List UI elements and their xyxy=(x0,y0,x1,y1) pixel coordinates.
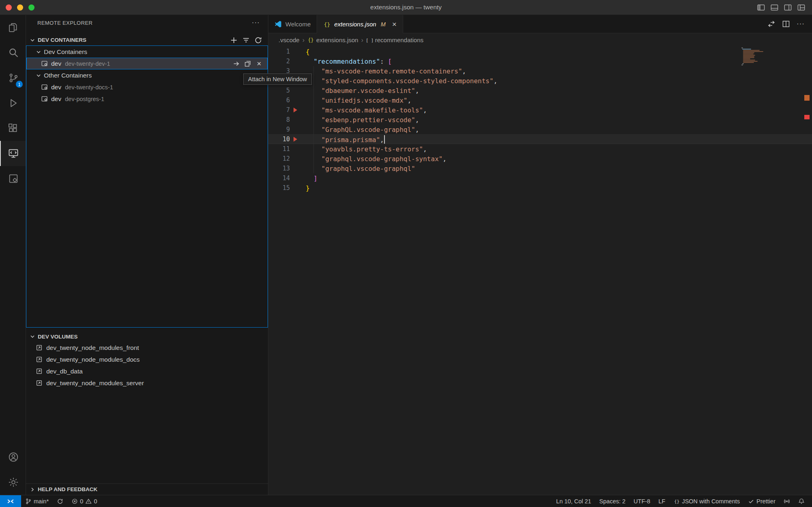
container-dev-twenty-dev-1[interactable]: devdev-twenty-dev-1× xyxy=(26,58,268,69)
volume-dev-twenty-node-modules-docs[interactable]: dev_twenty_node_modules_docs xyxy=(26,354,268,365)
code-line-14[interactable]: 14 ] xyxy=(268,173,812,183)
window-title: extensions.json — twenty xyxy=(0,4,812,11)
volume-dev-db-data[interactable]: dev_db_data xyxy=(26,365,268,377)
more-actions-button[interactable]: ··· xyxy=(797,20,805,28)
gutter-glyph[interactable] xyxy=(290,115,306,125)
code-line-6[interactable]: 6 "unifiedjs.vscode-mdx", xyxy=(268,95,812,105)
attach-to-container-button[interactable] xyxy=(233,60,240,67)
gutter-glyph[interactable] xyxy=(290,164,306,173)
section-help-and-feedback[interactable]: HELP AND FEEDBACK xyxy=(26,483,268,495)
radio-tower-icon xyxy=(784,498,790,505)
more-actions-icon[interactable]: ··· xyxy=(252,19,260,27)
toggle-panel-button[interactable] xyxy=(770,3,779,12)
code-line-3[interactable]: 3 "ms-vscode-remote.remote-containers", xyxy=(268,66,812,76)
feedback-status[interactable] xyxy=(780,495,794,507)
code-line-8[interactable]: 8 "esbenp.prettier-vscode", xyxy=(268,115,812,125)
toggle-primary-sidebar-button[interactable] xyxy=(757,3,765,12)
gutter-glyph[interactable] xyxy=(290,105,306,115)
close-window-button[interactable] xyxy=(6,4,12,11)
activity-accounts[interactable] xyxy=(0,444,26,470)
encoding-status[interactable]: UTF-8 xyxy=(630,495,654,507)
volume-dev-twenty-node-modules-server[interactable]: dev_twenty_node_modules_server xyxy=(26,377,268,389)
volume-dev-twenty-node-modules-front[interactable]: dev_twenty_node_modules_front xyxy=(26,342,268,354)
code-line-5[interactable]: 5 "dbaeumer.vscode-eslint", xyxy=(268,86,812,95)
section-dev-volumes[interactable]: DEV VOLUMES xyxy=(26,331,268,342)
add-button[interactable] xyxy=(230,36,238,44)
code-line-10[interactable]: 10 "prisma.prisma", xyxy=(268,134,812,144)
notifications-status[interactable] xyxy=(794,495,809,507)
section-dev-containers[interactable]: DEV CONTAINERS xyxy=(26,35,268,45)
container-dev-twenty-docs-1[interactable]: devdev-twenty-docs-1 xyxy=(26,81,268,93)
gutter-glyph[interactable] xyxy=(290,56,306,66)
gutter-glyph[interactable] xyxy=(290,154,306,164)
gutter-glyph[interactable] xyxy=(290,125,306,134)
titlebar-actions xyxy=(757,3,812,12)
code-line-7[interactable]: 7 "ms-vscode.makefile-tools", xyxy=(268,105,812,115)
git-branch-status[interactable]: main* xyxy=(21,495,53,507)
customize-layout-button[interactable] xyxy=(797,3,806,12)
breadcrumb-extensions-json[interactable]: {}extensions.json xyxy=(307,37,358,43)
stop-button[interactable]: × xyxy=(255,60,263,67)
activity-remote-explorer[interactable] xyxy=(0,141,26,166)
status-text: Spaces: 2 xyxy=(599,498,626,505)
zoom-window-button[interactable] xyxy=(28,4,35,11)
gutter-glyph[interactable] xyxy=(290,183,306,193)
gutter-glyph[interactable] xyxy=(290,144,306,154)
remote-indicator[interactable] xyxy=(0,495,21,507)
bell-icon xyxy=(798,498,805,505)
activity-containers[interactable] xyxy=(0,166,26,191)
indentation-status[interactable]: Spaces: 2 xyxy=(595,495,630,507)
attach-in-new-window-button[interactable] xyxy=(244,60,251,67)
cursor-position-status[interactable]: Ln 10, Col 21 xyxy=(552,495,595,507)
filter-icon xyxy=(242,36,250,44)
filter-button[interactable] xyxy=(242,36,250,44)
code-line-11[interactable]: 11 "yoavbls.pretty-ts-errors", xyxy=(268,144,812,154)
container-dev-postgres-1[interactable]: devdev-postgres-1 xyxy=(26,93,268,105)
code-text: "dbaeumer.vscode-eslint", xyxy=(306,87,419,95)
problems-status[interactable]: 00 xyxy=(67,495,101,507)
minimap-line xyxy=(743,50,760,51)
formatter-status[interactable]: Prettier xyxy=(744,495,780,507)
code-line-2[interactable]: 2 "recommendations": [ xyxy=(268,56,812,66)
code-line-1[interactable]: 1{ xyxy=(268,47,812,56)
breadcrumb--vscode[interactable]: .vscode xyxy=(279,37,300,43)
activity-source-control[interactable]: 1 xyxy=(0,65,26,91)
close-tab-button[interactable]: × xyxy=(392,20,397,29)
language-mode-status[interactable]: {}JSON with Comments xyxy=(669,495,744,507)
minimize-window-button[interactable] xyxy=(17,4,23,11)
manage-icon xyxy=(8,477,19,488)
tree-group-dev-containers[interactable]: Dev Containers xyxy=(26,46,268,58)
gutter-glyph[interactable] xyxy=(290,95,306,105)
tree-group-other-containers[interactable]: Other Containers xyxy=(26,69,268,81)
gutter-glyph[interactable] xyxy=(290,173,306,183)
activity-run-and-debug[interactable] xyxy=(0,91,26,116)
refresh-button[interactable] xyxy=(254,36,262,44)
code-line-15[interactable]: 15} xyxy=(268,183,812,193)
activity-extensions[interactable] xyxy=(0,116,26,141)
gutter-glyph[interactable] xyxy=(290,47,306,56)
open-changes-button[interactable] xyxy=(767,20,775,28)
activity-manage[interactable] xyxy=(0,470,26,495)
git-branch-icon xyxy=(25,498,32,505)
activity-explorer[interactable] xyxy=(0,15,26,40)
gutter-glyph[interactable] xyxy=(290,134,306,144)
code-line-9[interactable]: 9 "GraphQL.vscode-graphql", xyxy=(268,125,812,134)
container-icon xyxy=(41,84,48,91)
sync-button[interactable] xyxy=(53,495,67,507)
svg-text:{}: {} xyxy=(308,37,314,43)
minimap[interactable] xyxy=(741,47,771,66)
eol-status[interactable]: LF xyxy=(654,495,669,507)
tab-extensions-json[interactable]: {}extensions.jsonM× xyxy=(317,15,403,33)
code-editor[interactable]: 1{2 "recommendations": [3 "ms-vscode-rem… xyxy=(268,47,812,495)
breadcrumb-recommendations[interactable]: [ ]recommendations xyxy=(366,37,423,43)
activity-bar: 1 xyxy=(0,15,26,495)
split-editor-button[interactable] xyxy=(782,20,790,28)
tab-welcome[interactable]: Welcome xyxy=(268,15,317,33)
breadcrumb-separator: › xyxy=(302,37,304,44)
gutter-glyph[interactable] xyxy=(290,86,306,95)
code-line-13[interactable]: 13 "graphql.vscode-graphql" xyxy=(268,164,812,173)
code-line-12[interactable]: 12 "graphql.vscode-graphql-syntax", xyxy=(268,154,812,164)
toggle-secondary-sidebar-button[interactable] xyxy=(784,3,792,12)
activity-search[interactable] xyxy=(0,40,26,65)
code-line-4[interactable]: 4 "styled-components.vscode-styled-compo… xyxy=(268,76,812,86)
